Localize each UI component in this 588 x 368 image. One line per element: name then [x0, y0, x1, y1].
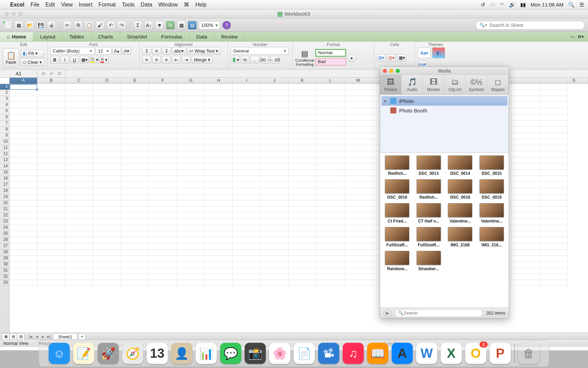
- bluetooth-icon[interactable]: ⁂: [490, 2, 495, 8]
- format-cells-button[interactable]: ▦▾: [397, 54, 406, 62]
- normal-view-button[interactable]: ▦: [2, 334, 10, 340]
- menu-file[interactable]: File: [31, 2, 39, 8]
- dock-pages[interactable]: 📄: [294, 343, 315, 364]
- row-header-23[interactable]: 23: [0, 219, 9, 225]
- save-button[interactable]: 💾: [36, 21, 45, 30]
- row-header-25[interactable]: 25: [0, 231, 9, 237]
- row-header-29[interactable]: 29: [0, 256, 9, 262]
- dock-excel[interactable]: X: [441, 343, 462, 364]
- column-header-G[interactable]: G: [177, 78, 205, 83]
- templates-button[interactable]: ▦: [14, 21, 23, 30]
- media-tab-clip-art[interactable]: 🗂Clip Art: [444, 75, 466, 94]
- dock-photobooth[interactable]: 📸: [245, 343, 266, 364]
- row-header-1[interactable]: 1: [0, 84, 9, 90]
- underline-button[interactable]: U: [70, 56, 79, 63]
- search-sheet-input[interactable]: [489, 22, 581, 28]
- dock-powerpoint[interactable]: P: [490, 343, 511, 364]
- align-right-button[interactable]: ≡: [162, 56, 171, 63]
- media-thumb[interactable]: Rainbow...: [383, 251, 412, 271]
- percent-button[interactable]: %: [241, 56, 249, 63]
- first-sheet-button[interactable]: |◂: [28, 334, 33, 339]
- media-thumb[interactable]: IMG_216...: [477, 227, 506, 247]
- media-zoom-button[interactable]: [396, 69, 400, 73]
- media-close-button[interactable]: [383, 69, 387, 73]
- menu-view[interactable]: View: [61, 2, 72, 8]
- align-left-button[interactable]: ≡: [142, 56, 151, 63]
- row-headers[interactable]: 1234567891011121314151617181920212223242…: [0, 84, 10, 340]
- dock-launchpad[interactable]: 🚀: [98, 343, 119, 364]
- column-header-E[interactable]: E: [121, 78, 149, 83]
- row-header-10[interactable]: 10: [0, 139, 9, 145]
- notification-center-icon[interactable]: ☰: [579, 2, 584, 8]
- align-center-button[interactable]: ≡: [152, 56, 161, 63]
- prev-sheet-button[interactable]: ◂: [34, 334, 39, 339]
- row-header-17[interactable]: 17: [0, 182, 9, 188]
- row-header-15[interactable]: 15: [0, 170, 9, 176]
- column-header-L[interactable]: L: [316, 78, 344, 83]
- style-gallery-more[interactable]: ▸: [347, 54, 356, 62]
- media-thumb[interactable]: Strawber...: [414, 251, 443, 271]
- column-header-C[interactable]: C: [65, 78, 93, 83]
- ribbon-tab-smartart[interactable]: SmartArt: [120, 32, 154, 41]
- row-header-7[interactable]: 7: [0, 121, 9, 127]
- media-source-iphoto[interactable]: ▸ iPhoto: [381, 96, 507, 106]
- timemachine-icon[interactable]: ↺: [481, 2, 485, 8]
- sheet-tab-sheet1[interactable]: Sheet1: [53, 333, 77, 340]
- media-tab-symbols[interactable]: ©½Symbols: [466, 75, 487, 94]
- increase-indent-button[interactable]: ⇥: [182, 56, 191, 63]
- new-workbook-button[interactable]: 📄●: [3, 21, 12, 30]
- dock-numbers[interactable]: 📊: [196, 343, 217, 364]
- paste-button[interactable]: 📋: [85, 21, 94, 30]
- zoom-window-button[interactable]: [18, 12, 22, 16]
- row-header-12[interactable]: 12: [0, 151, 9, 157]
- ribbon-tab-home[interactable]: ⌂A HomeHome: [0, 32, 33, 41]
- media-minimize-button[interactable]: [389, 69, 393, 73]
- zoom-select[interactable]: 100% ▾: [199, 21, 220, 29]
- row-header-33[interactable]: 33: [0, 280, 9, 286]
- open-button[interactable]: 📂: [25, 21, 34, 30]
- row-header-9[interactable]: 9: [0, 133, 9, 139]
- column-header-D[interactable]: D: [93, 78, 121, 83]
- accept-formula-icon[interactable]: ✔: [48, 71, 54, 76]
- media-thumb[interactable]: DSC_0014: [446, 155, 475, 176]
- row-header-6[interactable]: 6: [0, 114, 9, 121]
- row-header-2[interactable]: 2: [0, 90, 9, 96]
- minimize-window-button[interactable]: [12, 12, 16, 16]
- column-header-K[interactable]: K: [289, 78, 316, 83]
- media-tab-shapes[interactable]: ◻Shapes: [487, 75, 509, 94]
- number-format-select[interactable]: General▾: [231, 47, 289, 55]
- media-play-button[interactable]: ▶: [383, 309, 392, 317]
- font-name-select[interactable]: Calibri (Body)▾: [50, 47, 95, 55]
- row-header-31[interactable]: 31: [0, 268, 9, 274]
- menu-edit[interactable]: Edit: [46, 2, 55, 8]
- media-thumb[interactable]: IMG_2168: [446, 227, 475, 247]
- media-search-input[interactable]: [404, 310, 480, 316]
- increase-font-button[interactable]: A▴: [112, 47, 121, 55]
- dock-appstore[interactable]: A: [392, 343, 413, 364]
- comma-button[interactable]: ,: [250, 56, 259, 63]
- insert-cells-button[interactable]: ⊞▾: [377, 54, 386, 62]
- format-painter-button[interactable]: 🖌: [96, 21, 104, 30]
- fill-color-button[interactable]: ◫▾: [90, 56, 99, 63]
- italic-button[interactable]: I: [60, 56, 69, 63]
- ribbon-tab-review[interactable]: Review: [214, 32, 245, 41]
- media-thumb[interactable]: CT Half n...: [414, 203, 443, 224]
- style-normal[interactable]: Normal: [315, 49, 346, 57]
- media-titlebar[interactable]: Media: [380, 67, 509, 75]
- next-sheet-button[interactable]: ▸: [40, 334, 46, 339]
- ribbon-tab-data[interactable]: Data: [190, 32, 214, 41]
- row-header-20[interactable]: 20: [0, 200, 9, 206]
- disclosure-icon[interactable]: ▸: [384, 98, 388, 104]
- ribbon-settings-icon[interactable]: ⚙▾: [577, 34, 584, 39]
- media-thumb[interactable]: FullSizeR...: [414, 227, 443, 247]
- orientation-button[interactable]: abc▾: [172, 47, 186, 55]
- sort-button[interactable]: A↓: [144, 21, 153, 30]
- row-header-11[interactable]: 11: [0, 145, 9, 151]
- dock-itunes[interactable]: ♫: [343, 343, 364, 364]
- row-header-27[interactable]: 27: [0, 243, 9, 249]
- row-header-16[interactable]: 16: [0, 176, 9, 182]
- media-thumb[interactable]: Ct Fried...: [383, 203, 412, 224]
- row-header-8[interactable]: 8: [0, 127, 9, 133]
- merge-button[interactable]: Merge ▾: [192, 56, 213, 63]
- align-middle-button[interactable]: ≡: [152, 47, 161, 55]
